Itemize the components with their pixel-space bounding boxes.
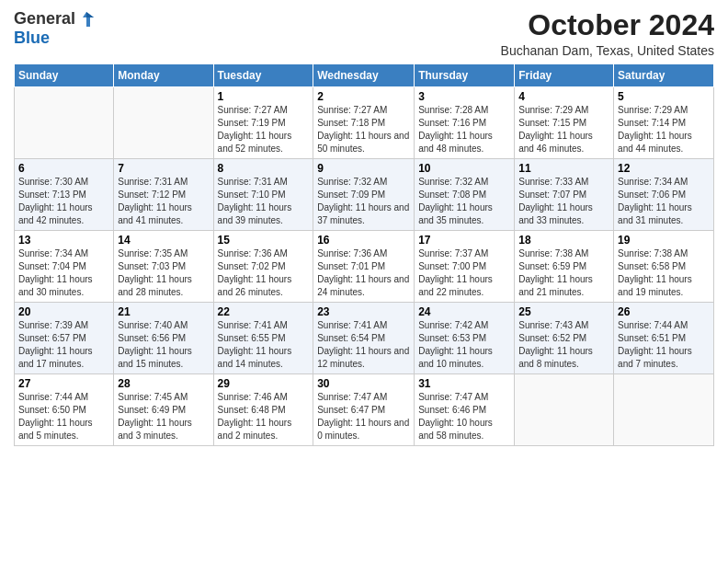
location-title: Buchanan Dam, Texas, United States [501, 43, 714, 58]
day-sun-info: Sunrise: 7:34 AMSunset: 7:04 PMDaylight:… [18, 247, 109, 299]
page-header: General Blue October 2024 Buchanan Dam, … [14, 9, 714, 58]
day-of-week-header: Sunday [15, 64, 114, 87]
calendar-cell: 27Sunrise: 7:44 AMSunset: 6:50 PMDayligh… [15, 374, 114, 446]
calendar-cell: 7Sunrise: 7:31 AMSunset: 7:12 PMDaylight… [114, 159, 213, 231]
calendar-cell: 8Sunrise: 7:31 AMSunset: 7:10 PMDaylight… [213, 159, 313, 231]
title-block: October 2024 Buchanan Dam, Texas, United… [501, 9, 714, 58]
day-sun-info: Sunrise: 7:47 AMSunset: 6:47 PMDaylight:… [317, 391, 410, 442]
day-sun-info: Sunrise: 7:27 AMSunset: 7:18 PMDaylight:… [317, 104, 410, 155]
day-number: 14 [118, 234, 209, 247]
day-of-week-header: Monday [114, 64, 213, 87]
day-sun-info: Sunrise: 7:36 AMSunset: 7:02 PMDaylight:… [218, 247, 310, 299]
day-sun-info: Sunrise: 7:32 AMSunset: 7:08 PMDaylight:… [418, 176, 510, 227]
calendar-cell: 15Sunrise: 7:36 AMSunset: 7:02 PMDayligh… [213, 231, 313, 303]
logo-blue-text: Blue [14, 29, 96, 48]
day-number: 18 [518, 234, 609, 247]
calendar-cell: 1Sunrise: 7:27 AMSunset: 7:19 PMDaylight… [213, 87, 313, 159]
calendar-cell: 5Sunrise: 7:29 AMSunset: 7:14 PMDaylight… [614, 87, 714, 159]
day-sun-info: Sunrise: 7:43 AMSunset: 6:52 PMDaylight:… [518, 319, 609, 371]
calendar-cell: 4Sunrise: 7:29 AMSunset: 7:15 PMDaylight… [515, 87, 614, 159]
calendar-table: SundayMondayTuesdayWednesdayThursdayFrid… [14, 63, 714, 446]
day-sun-info: Sunrise: 7:31 AMSunset: 7:12 PMDaylight:… [118, 176, 209, 227]
calendar-cell: 20Sunrise: 7:39 AMSunset: 6:57 PMDayligh… [15, 303, 114, 374]
calendar-cell: 31Sunrise: 7:47 AMSunset: 6:46 PMDayligh… [415, 374, 515, 446]
calendar-cell: 6Sunrise: 7:30 AMSunset: 7:13 PMDaylight… [15, 159, 114, 231]
day-sun-info: Sunrise: 7:42 AMSunset: 6:53 PMDaylight:… [418, 319, 510, 371]
calendar-week-row: 13Sunrise: 7:34 AMSunset: 7:04 PMDayligh… [15, 231, 714, 303]
day-sun-info: Sunrise: 7:29 AMSunset: 7:14 PMDaylight:… [618, 104, 710, 155]
day-number: 20 [18, 305, 109, 318]
day-sun-info: Sunrise: 7:44 AMSunset: 6:50 PMDaylight:… [18, 391, 109, 442]
calendar-cell: 10Sunrise: 7:32 AMSunset: 7:08 PMDayligh… [415, 159, 515, 231]
calendar-cell: 28Sunrise: 7:45 AMSunset: 6:49 PMDayligh… [114, 374, 213, 446]
calendar-cell: 24Sunrise: 7:42 AMSunset: 6:53 PMDayligh… [415, 303, 515, 374]
calendar-cell: 3Sunrise: 7:28 AMSunset: 7:16 PMDaylight… [415, 87, 515, 159]
calendar-cell: 22Sunrise: 7:41 AMSunset: 6:55 PMDayligh… [213, 303, 313, 374]
day-sun-info: Sunrise: 7:45 AMSunset: 6:49 PMDaylight:… [118, 391, 209, 442]
day-sun-info: Sunrise: 7:32 AMSunset: 7:09 PMDaylight:… [317, 176, 410, 227]
day-number: 29 [218, 377, 310, 390]
day-sun-info: Sunrise: 7:34 AMSunset: 7:06 PMDaylight:… [618, 176, 710, 227]
calendar-cell: 9Sunrise: 7:32 AMSunset: 7:09 PMDaylight… [313, 159, 415, 231]
day-number: 2 [317, 90, 410, 103]
day-sun-info: Sunrise: 7:39 AMSunset: 6:57 PMDaylight:… [18, 319, 109, 371]
day-sun-info: Sunrise: 7:28 AMSunset: 7:16 PMDaylight:… [418, 104, 510, 155]
day-sun-info: Sunrise: 7:33 AMSunset: 7:07 PMDaylight:… [518, 176, 609, 227]
calendar-week-row: 6Sunrise: 7:30 AMSunset: 7:13 PMDaylight… [15, 159, 714, 231]
day-number: 16 [317, 234, 410, 247]
day-sun-info: Sunrise: 7:46 AMSunset: 6:48 PMDaylight:… [218, 391, 310, 442]
calendar-page: General Blue October 2024 Buchanan Dam, … [0, 0, 728, 563]
day-of-week-header: Friday [515, 64, 614, 87]
day-sun-info: Sunrise: 7:41 AMSunset: 6:54 PMDaylight:… [317, 319, 410, 371]
day-number: 24 [418, 305, 510, 318]
day-number: 4 [518, 90, 609, 103]
day-number: 23 [317, 305, 410, 318]
day-number: 3 [418, 90, 510, 103]
calendar-cell: 23Sunrise: 7:41 AMSunset: 6:54 PMDayligh… [313, 303, 415, 374]
svg-marker-1 [86, 12, 94, 17]
day-of-week-header: Saturday [614, 64, 714, 87]
day-number: 22 [218, 305, 310, 318]
calendar-cell [614, 374, 714, 446]
day-number: 7 [118, 162, 209, 175]
day-number: 1 [218, 90, 310, 103]
day-number: 12 [618, 162, 710, 175]
calendar-cell: 30Sunrise: 7:47 AMSunset: 6:47 PMDayligh… [313, 374, 415, 446]
day-number: 31 [418, 377, 510, 390]
day-sun-info: Sunrise: 7:38 AMSunset: 6:59 PMDaylight:… [518, 247, 609, 299]
calendar-cell: 21Sunrise: 7:40 AMSunset: 6:56 PMDayligh… [114, 303, 213, 374]
day-sun-info: Sunrise: 7:37 AMSunset: 7:00 PMDaylight:… [418, 247, 510, 299]
calendar-cell: 26Sunrise: 7:44 AMSunset: 6:51 PMDayligh… [614, 303, 714, 374]
day-sun-info: Sunrise: 7:35 AMSunset: 7:03 PMDaylight:… [118, 247, 209, 299]
day-sun-info: Sunrise: 7:36 AMSunset: 7:01 PMDaylight:… [317, 247, 410, 299]
day-number: 26 [618, 305, 710, 318]
day-number: 30 [317, 377, 410, 390]
calendar-week-row: 1Sunrise: 7:27 AMSunset: 7:19 PMDaylight… [15, 87, 714, 159]
calendar-cell: 29Sunrise: 7:46 AMSunset: 6:48 PMDayligh… [213, 374, 313, 446]
day-sun-info: Sunrise: 7:47 AMSunset: 6:46 PMDaylight:… [418, 391, 510, 442]
calendar-cell: 19Sunrise: 7:38 AMSunset: 6:58 PMDayligh… [614, 231, 714, 303]
logo: General Blue [14, 9, 96, 48]
calendar-cell: 12Sunrise: 7:34 AMSunset: 7:06 PMDayligh… [614, 159, 714, 231]
day-number: 6 [18, 162, 109, 175]
day-number: 19 [618, 234, 710, 247]
day-sun-info: Sunrise: 7:27 AMSunset: 7:19 PMDaylight:… [218, 104, 310, 155]
calendar-cell: 17Sunrise: 7:37 AMSunset: 7:00 PMDayligh… [415, 231, 515, 303]
calendar-cell: 14Sunrise: 7:35 AMSunset: 7:03 PMDayligh… [114, 231, 213, 303]
logo-general-text: General [14, 9, 75, 29]
day-sun-info: Sunrise: 7:38 AMSunset: 6:58 PMDaylight:… [618, 247, 710, 299]
day-number: 10 [418, 162, 510, 175]
day-number: 13 [18, 234, 109, 247]
day-number: 11 [518, 162, 609, 175]
calendar-cell: 16Sunrise: 7:36 AMSunset: 7:01 PMDayligh… [313, 231, 415, 303]
day-sun-info: Sunrise: 7:31 AMSunset: 7:10 PMDaylight:… [218, 176, 310, 227]
day-number: 8 [218, 162, 310, 175]
calendar-cell: 18Sunrise: 7:38 AMSunset: 6:59 PMDayligh… [515, 231, 614, 303]
calendar-cell [515, 374, 614, 446]
day-of-week-header: Tuesday [213, 64, 313, 87]
day-number: 25 [518, 305, 609, 318]
calendar-cell [15, 87, 114, 159]
calendar-week-row: 20Sunrise: 7:39 AMSunset: 6:57 PMDayligh… [15, 303, 714, 374]
calendar-cell: 11Sunrise: 7:33 AMSunset: 7:07 PMDayligh… [515, 159, 614, 231]
calendar-header-row: SundayMondayTuesdayWednesdayThursdayFrid… [15, 64, 714, 87]
